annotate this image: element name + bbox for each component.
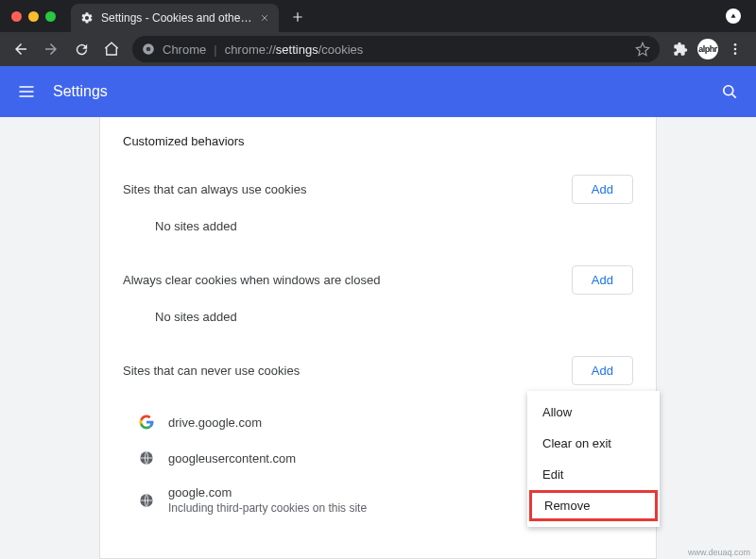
- hamburger-icon: [17, 82, 36, 101]
- add-button[interactable]: Add: [572, 356, 633, 385]
- svg-point-4: [734, 48, 737, 51]
- empty-message: No sites added: [123, 304, 633, 324]
- omnibox-url: chrome://settings/cookies: [225, 42, 364, 57]
- setting-label: Sites that can never use cookies: [123, 364, 300, 378]
- context-menu-item-remove[interactable]: Remove: [529, 490, 658, 521]
- setting-label: Always clear cookies when windows are cl…: [123, 273, 380, 287]
- close-tab-icon[interactable]: [260, 13, 269, 23]
- svg-point-6: [724, 86, 733, 95]
- svg-point-5: [734, 52, 737, 55]
- setting-label: Sites that can always use cookies: [123, 182, 306, 196]
- forward-button[interactable]: [38, 36, 64, 62]
- close-window-button[interactable]: [11, 11, 22, 22]
- chrome-icon: [142, 42, 155, 56]
- account-indicator[interactable]: [726, 8, 741, 24]
- context-menu: Allow Clear on exit Edit Remove: [527, 391, 660, 527]
- content-area: Customized behaviors Sites that can alwa…: [0, 117, 756, 559]
- add-button[interactable]: Add: [572, 265, 633, 295]
- svg-point-3: [734, 43, 737, 46]
- arrow-left-icon: [12, 41, 29, 58]
- maximize-window-button[interactable]: [45, 11, 56, 22]
- profile-avatar[interactable]: alphr: [697, 39, 718, 59]
- section-title: Customized behaviors: [123, 134, 633, 148]
- context-menu-item-allow[interactable]: Allow: [527, 397, 660, 428]
- omnibox-chip: Chrome: [163, 42, 206, 57]
- add-button[interactable]: Add: [572, 175, 633, 204]
- settings-menu-button[interactable]: [15, 80, 38, 103]
- context-menu-item-clear-on-exit[interactable]: Clear on exit: [527, 428, 660, 459]
- new-tab-button[interactable]: [284, 4, 311, 30]
- plus-icon: [291, 10, 304, 24]
- globe-icon: [138, 492, 155, 509]
- setting-group: Always clear cookies when windows are cl…: [123, 265, 633, 295]
- settings-header: Settings: [0, 66, 756, 117]
- home-icon: [103, 41, 120, 58]
- bookmark-star-icon[interactable]: [635, 42, 650, 57]
- arrow-right-icon: [43, 41, 60, 58]
- setting-group: Sites that can never use cookies Add: [123, 356, 633, 385]
- home-button[interactable]: [98, 36, 125, 62]
- tab-title: Settings - Cookies and other s: [101, 11, 252, 25]
- puzzle-icon: [673, 42, 688, 57]
- browser-toolbar: Chrome | chrome://settings/cookies alphr: [0, 32, 756, 66]
- globe-icon: [138, 449, 155, 466]
- menu-button[interactable]: [722, 36, 748, 62]
- settings-title: Settings: [53, 83, 108, 100]
- search-icon: [720, 82, 739, 101]
- window-controls: [8, 0, 61, 32]
- settings-search-button[interactable]: [718, 80, 741, 103]
- minimize-window-button[interactable]: [28, 11, 39, 22]
- context-menu-item-edit[interactable]: Edit: [527, 459, 660, 490]
- address-bar[interactable]: Chrome | chrome://settings/cookies: [132, 36, 660, 62]
- empty-message: No sites added: [123, 213, 633, 233]
- google-g-icon: [138, 414, 155, 431]
- extensions-button[interactable]: [667, 36, 694, 62]
- setting-group: Sites that can always use cookies Add: [123, 175, 633, 204]
- watermark: www.deuaq.com: [688, 548, 750, 557]
- tabstrip-right: [726, 0, 748, 32]
- reload-button[interactable]: [68, 36, 94, 62]
- tab-strip: Settings - Cookies and other s: [0, 0, 756, 32]
- reload-icon: [74, 42, 90, 58]
- gear-icon: [80, 11, 94, 25]
- kebab-icon: [728, 42, 743, 57]
- svg-point-2: [146, 47, 151, 52]
- browser-tab[interactable]: Settings - Cookies and other s: [71, 4, 279, 32]
- back-button[interactable]: [8, 36, 34, 62]
- settings-panel: Customized behaviors Sites that can alwa…: [99, 117, 657, 559]
